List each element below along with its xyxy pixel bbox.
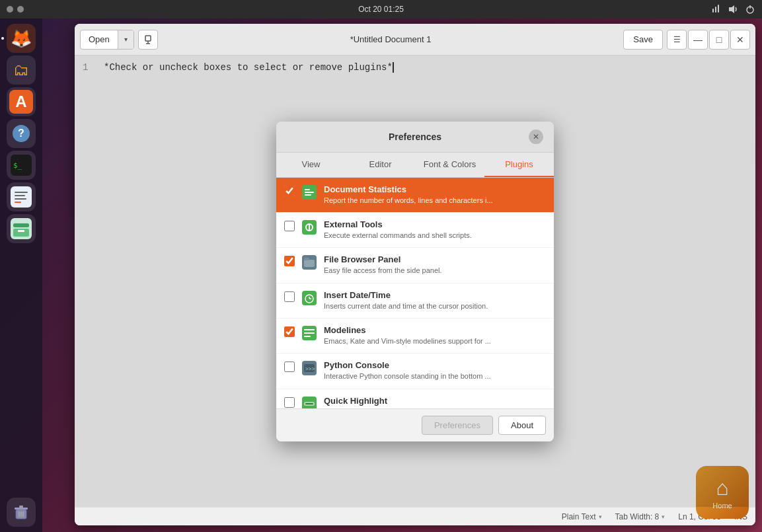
plugin-desc-python-console: Interactive Python console standing in t… (324, 371, 546, 381)
dialog-footer: Preferences About (276, 409, 554, 441)
sidebar-item-help[interactable]: ? (7, 119, 36, 148)
plugin-icon-insert-date-time (301, 290, 317, 306)
svg-rect-1 (715, 7, 716, 13)
sys-indicator-dot-2 (17, 6, 24, 13)
svg-rect-26 (145, 36, 151, 41)
trash-icon[interactable] (7, 498, 36, 527)
system-datetime: Oct 20 01:25 (358, 5, 404, 14)
svg-rect-2 (718, 5, 719, 13)
plugin-item-modelines[interactable]: Modelines Emacs, Kate and Vim-style mode… (276, 319, 554, 354)
terminal-icon[interactable]: $_ (7, 151, 36, 180)
dialog-close-button[interactable]: ✕ (529, 130, 543, 144)
dialog-title: Preferences (301, 132, 529, 142)
sidebar-item-firefox[interactable]: 🦊 (7, 24, 36, 53)
status-bar: Plain Text ▾ Tab Width: 8 ▾ Ln 1, Col 53… (75, 507, 755, 525)
tab-font-colors[interactable]: Font & Colors (415, 153, 484, 177)
svg-rect-13 (15, 198, 26, 200)
plugin-icon-document-statistics (301, 184, 317, 200)
plugin-checkbox-document-statistics[interactable] (284, 186, 295, 196)
preferences-dialog: Preferences ✕ View Editor Font & Colors … (276, 122, 554, 441)
sidebar-item-appstore[interactable]: A (7, 87, 36, 116)
svg-rect-46 (304, 336, 311, 337)
volume-icon[interactable] (728, 4, 738, 15)
plugin-checkbox-file-browser-panel[interactable] (284, 256, 295, 266)
plugin-checkbox-modelines[interactable] (284, 326, 295, 337)
plugin-icon-file-browser-panel (301, 254, 317, 270)
open-dropdown-arrow[interactable]: ▾ (118, 30, 133, 49)
plugin-item-document-statistics[interactable]: Document Statistics Report the number of… (276, 178, 554, 213)
svg-rect-11 (15, 192, 28, 193)
save-button[interactable]: Save (623, 30, 663, 50)
plugin-desc-document-statistics: Report the number of words, lines and ch… (324, 196, 546, 206)
pin-tab-button[interactable] (138, 30, 158, 50)
svg-rect-18 (18, 230, 24, 232)
tab-plugins[interactable]: Plugins (484, 153, 554, 177)
window-controls: ☰ — □ ✕ (667, 30, 750, 50)
plugin-item-insert-date-time[interactable]: Insert Date/Time Inserts current date an… (276, 284, 554, 319)
about-button[interactable]: About (498, 416, 546, 435)
svg-rect-21 (15, 508, 28, 510)
svg-rect-38 (304, 258, 309, 260)
active-indicator (1, 37, 4, 40)
svg-rect-32 (305, 194, 311, 196)
system-bar-left (7, 6, 24, 13)
plugin-name-quick-highlight: Quick Highlight (324, 396, 546, 406)
help-icon[interactable]: ? (7, 119, 36, 148)
editor-content[interactable]: 1 *Check or uncheck boxes to select or r… (75, 56, 755, 507)
plugin-name-insert-date-time: Insert Date/Time (324, 290, 546, 300)
plugin-item-external-tools[interactable]: External Tools Execute external commands… (276, 213, 554, 248)
svg-rect-31 (305, 192, 314, 193)
firefox-icon[interactable]: 🦊 (7, 24, 36, 53)
tab-width-label: Tab Width: 8 (615, 512, 660, 521)
appstore-icon[interactable]: A (7, 87, 36, 116)
svg-text:>>>: >>> (305, 366, 315, 372)
plugin-desc-modelines: Emacs, Kate and Vim-style modelines supp… (324, 336, 546, 346)
plugin-checkbox-quick-highlight[interactable] (284, 397, 295, 408)
svg-rect-22 (19, 506, 23, 508)
minimize-button[interactable]: — (688, 30, 708, 50)
plugin-info-external-tools: External Tools Execute external commands… (324, 219, 546, 241)
plugin-item-python-console[interactable]: >>> Python Console Interactive Python co… (276, 354, 554, 389)
plugin-checkbox-python-console[interactable] (284, 361, 295, 372)
close-button[interactable]: ✕ (730, 30, 750, 50)
texteditor-icon[interactable] (7, 182, 36, 211)
plugin-icon-python-console: >>> (301, 360, 317, 376)
archive-icon[interactable] (7, 214, 36, 243)
open-button-group[interactable]: Open ▾ (80, 30, 134, 50)
svg-rect-10 (11, 186, 32, 208)
plugin-info-file-browser-panel: File Browser Panel Easy file access from… (324, 254, 546, 276)
menu-button[interactable]: ☰ (667, 30, 687, 50)
tab-view[interactable]: View (276, 153, 346, 177)
svg-rect-0 (712, 9, 714, 13)
svg-text:$_: $_ (13, 161, 22, 170)
maximize-button[interactable]: □ (709, 30, 729, 50)
dialog-overlay: Preferences ✕ View Editor Font & Colors … (75, 56, 755, 507)
tab-editor[interactable]: Editor (346, 153, 415, 177)
plugin-item-file-browser-panel[interactable]: File Browser Panel Easy file access from… (276, 248, 554, 283)
sidebar-item-files[interactable]: 🗂 (7, 56, 36, 85)
plugin-desc-insert-date-time: Inserts current date and time at the cur… (324, 301, 546, 311)
files-icon[interactable]: 🗂 (7, 56, 36, 85)
open-button[interactable]: Open (81, 30, 118, 49)
plugin-list: Document Statistics Report the number of… (276, 178, 554, 409)
plugin-item-quick-highlight[interactable]: Quick Highlight Highlights every occurre… (276, 389, 554, 409)
svg-text:?: ? (18, 128, 24, 139)
system-bar: Oct 20 01:25 (0, 0, 762, 19)
power-icon[interactable] (745, 4, 755, 15)
tab-width-status[interactable]: Tab Width: 8 ▾ (615, 512, 666, 521)
sidebar-item-archive[interactable] (7, 214, 36, 243)
plugin-checkbox-external-tools[interactable] (284, 221, 295, 231)
sidebar-item-terminal[interactable]: $_ (7, 151, 36, 180)
plugin-checkbox-insert-date-time[interactable] (284, 291, 295, 302)
svg-rect-52 (305, 403, 313, 404)
network-icon[interactable] (710, 4, 721, 15)
tab-width-arrow: ▾ (662, 513, 665, 520)
sidebar-item-trash[interactable] (7, 498, 36, 527)
plugin-info-python-console: Python Console Interactive Python consol… (324, 360, 546, 381)
plugin-info-quick-highlight: Quick Highlight Highlights every occurre… (324, 396, 546, 409)
plugin-info-insert-date-time: Insert Date/Time Inserts current date an… (324, 290, 546, 311)
editor-titlebar: Open ▾ *Untitled Document 1 Save ☰ — □ ✕ (75, 24, 755, 56)
svg-rect-12 (15, 195, 25, 196)
sidebar-item-texteditor[interactable] (7, 182, 36, 211)
plain-text-status[interactable]: Plain Text ▾ (562, 512, 602, 521)
